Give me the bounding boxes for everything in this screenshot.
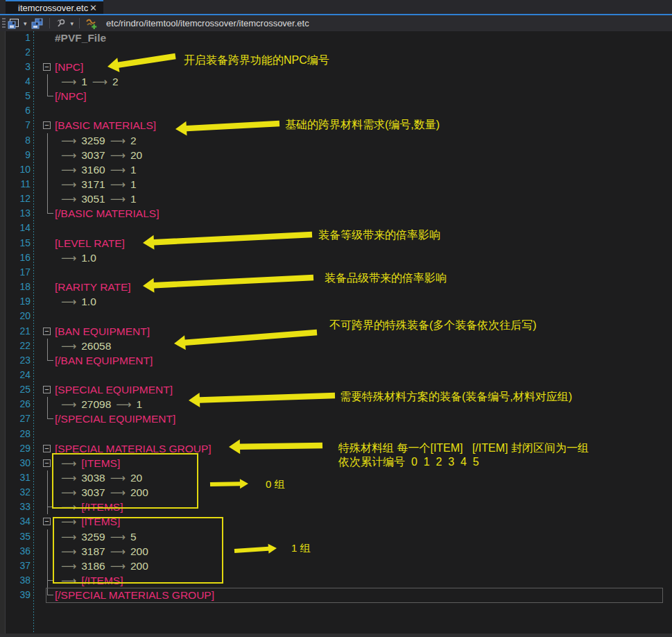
code-line[interactable]: 16⟶1.0 [0,250,672,265]
line-number[interactable]: 13 [0,206,31,221]
add-link-button[interactable] [83,16,99,31]
line-number[interactable]: 19 [0,294,31,309]
tag-token: [BASIC MATERIALS] [55,119,156,131]
code-line[interactable]: 17 [0,265,672,280]
code-line[interactable]: 19⟶1.0 [0,294,672,309]
code-line[interactable]: 1#PVF_File [0,31,672,45]
code-line[interactable]: 24 [0,368,672,382]
code-line[interactable]: 23[/BAN EQUIPMENT] [0,353,672,368]
code-line[interactable]: 5[/NPC] [0,89,672,103]
code-line[interactable]: 15[LEVEL RATE] [0,236,672,250]
code-line[interactable]: 18[RARITY RATE] [0,280,672,294]
code-line[interactable]: 9⟶3037⟶20 [0,148,672,162]
line-number[interactable]: 31 [0,470,31,485]
code-line[interactable]: 10⟶3160⟶1 [0,162,672,177]
code-line[interactable]: 22⟶26058 [0,339,672,353]
code-line[interactable]: 12⟶3051⟶1 [0,192,672,206]
horizontal-scrollbar-track[interactable] [0,634,672,637]
fold-toggle-icon[interactable]: − [43,63,51,71]
code-line[interactable]: 37⟶3186⟶200 [0,559,672,573]
line-number[interactable]: 30 [0,456,31,470]
tab-itemcrossover[interactable]: itemcrossover.etc ✕ [6,0,103,14]
line-number[interactable]: 25 [0,382,31,397]
code-line[interactable]: 8⟶3259⟶2 [0,133,672,148]
line-number[interactable]: 2 [0,45,31,60]
line-number[interactable]: 26 [0,397,31,411]
line-number[interactable]: 10 [0,162,31,177]
line-number[interactable]: 29 [0,441,31,456]
fold-toggle-icon[interactable]: − [43,445,51,452]
arrow-token: ⟶ [61,560,76,572]
line-number[interactable]: 14 [0,221,31,235]
code-line[interactable]: 39[/SPECIAL MATERIALS GROUP] [0,588,672,602]
line-number[interactable]: 15 [0,236,31,250]
symbol-search-caret[interactable]: ▾ [69,20,76,27]
fold-toggle-icon[interactable]: − [43,386,51,393]
code-line[interactable]: 4⟶1⟶2 [0,74,672,89]
line-number[interactable]: 8 [0,133,31,148]
code-line[interactable]: 28 [0,427,672,441]
code-line[interactable]: 38⟶[/ITEMS] [0,573,672,588]
code-line[interactable]: 30−⟶[ITEMS] [0,456,672,470]
line-number[interactable]: 24 [0,368,31,382]
code-line[interactable]: 6 [0,103,672,118]
fold-toggle-icon[interactable]: − [43,518,51,525]
line-number[interactable]: 3 [0,60,31,74]
line-number[interactable]: 39 [0,588,31,602]
line-number[interactable]: 4 [0,74,31,89]
code-line[interactable]: 13[/BASIC MATERIALS] [0,206,672,221]
line-number[interactable]: 33 [0,500,31,514]
tab-close-icon[interactable]: ✕ [89,3,97,13]
line-number[interactable]: 5 [0,89,31,103]
save-all-button[interactable] [29,16,46,31]
line-number[interactable]: 32 [0,485,31,500]
code-line[interactable]: 11⟶3171⟶1 [0,177,672,192]
line-number[interactable]: 37 [0,559,31,573]
line-number[interactable]: 28 [0,427,31,441]
code-line[interactable]: 25−[SPECIAL EQUIPMENT] [0,382,672,397]
code-line[interactable]: 34−⟶[ITEMS] [0,514,672,529]
fold-toggle-icon[interactable]: − [43,121,51,129]
line-number[interactable]: 16 [0,250,31,265]
line-number[interactable]: 35 [0,529,31,544]
fold-guide [43,206,52,221]
code-line[interactable]: 20 [0,309,672,323]
fold-toggle-icon[interactable]: − [43,328,51,335]
code-line[interactable]: 26⟶27098⟶1 [0,397,672,411]
code-line[interactable]: 14 [0,221,672,235]
line-number[interactable]: 18 [0,280,31,294]
code-line[interactable]: 21−[BAN EQUIPMENT] [0,324,672,339]
line-number[interactable]: 7 [0,118,31,133]
symbol-search-button[interactable] [53,16,69,31]
line-number[interactable]: 12 [0,192,31,206]
line-number[interactable]: 9 [0,148,31,162]
line-number[interactable]: 17 [0,265,31,280]
line-number[interactable]: 21 [0,324,31,339]
line-number[interactable]: 22 [0,339,31,353]
editor[interactable]: 1#PVF_File23−[NPC]4⟶1⟶25[/NPC]67−[BASIC … [0,31,672,637]
line-number[interactable]: 23 [0,353,31,368]
code-line[interactable]: 27[/SPECIAL EQUIPMENT] [0,411,672,426]
code-line[interactable]: 3−[NPC] [0,60,672,74]
line-number[interactable]: 1 [0,31,31,45]
arrow-token: ⟶ [110,560,126,572]
code-line[interactable]: 31⟶3038⟶20 [0,470,672,485]
code-line[interactable]: 29−[SPECIAL MATERIALS GROUP] [0,441,672,456]
code-line[interactable]: 33⟶[/ITEMS] [0,500,672,514]
fold-toggle-icon[interactable]: − [43,459,51,467]
line-number[interactable]: 11 [0,177,31,192]
code-line[interactable]: 35⟶3259⟶5 [0,529,672,544]
tag-token: [ITEMS] [81,516,120,527]
line-number[interactable]: 20 [0,309,31,323]
line-number[interactable]: 6 [0,103,31,118]
line-number[interactable]: 34 [0,514,31,529]
line-number[interactable]: 36 [0,544,31,559]
code-line[interactable]: 7−[BASIC MATERIALS] [0,118,672,133]
save-dropdown-caret[interactable]: ▾ [21,20,29,27]
code-line[interactable]: 36⟶3187⟶200 [0,544,672,559]
line-number[interactable]: 27 [0,411,31,426]
code-line[interactable]: 32⟶3037⟶200 [0,485,672,500]
code-line[interactable]: 2 [0,45,672,60]
line-number[interactable]: 38 [0,573,31,588]
save-button[interactable] [6,16,21,31]
